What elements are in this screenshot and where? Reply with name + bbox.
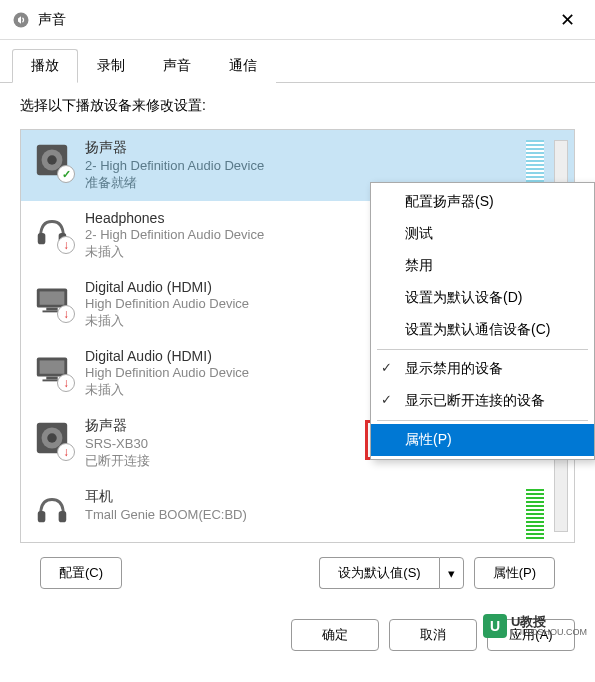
badge-red-icon — [57, 374, 75, 392]
badge-red-icon — [57, 305, 75, 323]
window-title: 声音 — [38, 11, 66, 29]
svg-rect-4 — [38, 233, 46, 244]
tabs: 播放 录制 声音 通信 — [0, 40, 595, 83]
watermark-logo-icon: U — [483, 614, 507, 638]
svg-rect-12 — [46, 377, 57, 380]
ctx-item[interactable]: 属性(P) — [371, 424, 594, 456]
headphones-icon — [33, 212, 71, 250]
badge-red-icon — [57, 236, 75, 254]
set-default-button[interactable]: 设为默认值(S) — [319, 557, 438, 589]
device-desc: Tmall Genie BOOM(EC:BD) — [85, 507, 562, 522]
properties-button[interactable]: 属性(P) — [474, 557, 555, 589]
ctx-item[interactable]: 设置为默认设备(D) — [371, 282, 594, 314]
monitor-icon — [33, 281, 71, 319]
speaker-icon — [33, 141, 71, 179]
device-name: 扬声器 — [85, 139, 562, 157]
set-default-split: 设为默认值(S) ▾ — [319, 557, 463, 589]
sound-icon — [12, 11, 30, 29]
tab-recording[interactable]: 录制 — [78, 49, 144, 83]
tab-sounds[interactable]: 声音 — [144, 49, 210, 83]
badge-red-icon — [57, 443, 75, 461]
close-button[interactable]: ✕ — [552, 5, 583, 35]
svg-point-3 — [47, 155, 57, 165]
watermark: U U教授 UJIAOSHOU.COM — [483, 614, 587, 638]
headphones-icon — [33, 490, 71, 528]
svg-point-16 — [47, 433, 57, 443]
bottom-buttons: 配置(C) 设为默认值(S) ▾ 属性(P) — [20, 543, 575, 595]
watermark-url: UJIAOSHOU.COM — [511, 628, 587, 637]
device-desc: 2- High Definition Audio Device — [85, 158, 562, 173]
tab-playback[interactable]: 播放 — [12, 49, 78, 83]
speaker-icon — [33, 419, 71, 457]
instruction-text: 选择以下播放设备来修改设置: — [20, 97, 575, 115]
ctx-separator — [377, 349, 588, 350]
device-name: 耳机 — [85, 488, 562, 506]
svg-rect-11 — [40, 360, 65, 373]
svg-rect-18 — [59, 511, 67, 522]
context-menu: 配置扬声器(S)测试禁用设置为默认设备(D)设置为默认通信设备(C)显示禁用的设… — [370, 182, 595, 460]
level-meter — [526, 489, 544, 541]
tab-communications[interactable]: 通信 — [210, 49, 276, 83]
badge-green-icon — [57, 165, 75, 183]
svg-rect-17 — [38, 511, 46, 522]
ctx-item[interactable]: 配置扬声器(S) — [371, 186, 594, 218]
ctx-item[interactable]: 显示禁用的设备 — [371, 353, 594, 385]
device-info: 耳机 Tmall Genie BOOM(EC:BD) — [85, 488, 562, 523]
ctx-item[interactable]: 设置为默认通信设备(C) — [371, 314, 594, 346]
cancel-button[interactable]: 取消 — [389, 619, 477, 651]
ctx-item[interactable]: 测试 — [371, 218, 594, 250]
monitor-icon — [33, 350, 71, 388]
ctx-item[interactable]: 禁用 — [371, 250, 594, 282]
svg-rect-7 — [40, 291, 65, 304]
ctx-separator — [377, 420, 588, 421]
set-default-caret[interactable]: ▾ — [439, 557, 464, 589]
ctx-item[interactable]: 显示已断开连接的设备 — [371, 385, 594, 417]
device-row[interactable]: 耳机 Tmall Genie BOOM(EC:BD) — [21, 479, 574, 537]
titlebar: 声音 ✕ — [0, 0, 595, 40]
ok-button[interactable]: 确定 — [291, 619, 379, 651]
configure-button[interactable]: 配置(C) — [40, 557, 122, 589]
svg-rect-8 — [46, 308, 57, 311]
